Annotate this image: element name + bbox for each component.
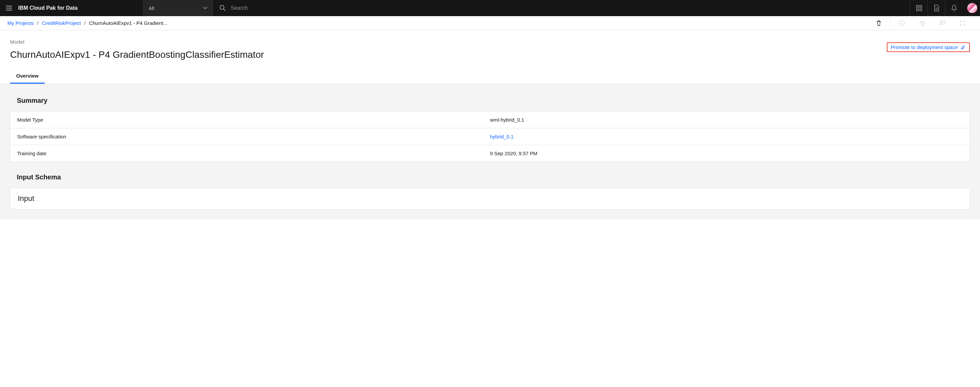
notifications-button[interactable] xyxy=(945,0,963,16)
docs-button[interactable] xyxy=(928,0,945,16)
svg-rect-3 xyxy=(916,9,918,11)
svg-rect-2 xyxy=(920,5,922,7)
delete-button[interactable] xyxy=(869,16,889,30)
history-icon xyxy=(919,20,925,26)
svg-point-7 xyxy=(964,21,965,22)
breadcrumb-root[interactable]: My Projects xyxy=(7,20,33,26)
bell-icon xyxy=(951,5,957,11)
info-icon xyxy=(899,20,905,26)
search-area xyxy=(213,5,910,11)
scope-dropdown[interactable]: All xyxy=(143,0,213,16)
summary-value: 9 Sep 2020, 9:37 PM xyxy=(490,151,963,156)
software-spec-link[interactable]: hybrid_0.1 xyxy=(490,134,963,140)
svg-point-8 xyxy=(960,24,961,25)
hamburger-icon xyxy=(6,6,12,10)
info-button[interactable] xyxy=(892,16,912,30)
trash-icon xyxy=(876,20,881,26)
svg-point-0 xyxy=(220,5,224,10)
summary-row-training-date: Training date 9 Sep 2020, 9:37 PM xyxy=(10,145,970,162)
svg-point-9 xyxy=(964,24,965,25)
avatar-button[interactable] xyxy=(963,0,980,16)
summary-label: Training date xyxy=(17,151,490,156)
search-icon xyxy=(219,5,226,11)
document-icon xyxy=(934,5,939,11)
history-button[interactable] xyxy=(912,16,932,30)
summary-row-software-spec: Software specification hybrid_0.1 xyxy=(10,128,970,145)
breadcrumb-current: ChurnAutoAIExpv1 - P4 Gradient... xyxy=(89,20,167,26)
svg-point-6 xyxy=(960,21,961,22)
svg-rect-4 xyxy=(920,9,922,11)
svg-rect-1 xyxy=(916,5,918,7)
top-icon-group xyxy=(910,0,980,16)
flow-button[interactable] xyxy=(953,16,973,30)
input-schema-card: Input xyxy=(10,188,970,209)
search-input[interactable] xyxy=(231,5,904,11)
title-block: Model ChurnAutoAIExpv1 - P4 GradientBoos… xyxy=(10,39,264,60)
scope-label: All xyxy=(149,5,154,11)
comment-button[interactable] xyxy=(932,16,953,30)
avatar-icon xyxy=(967,3,977,13)
promote-button[interactable]: Promote to deployment space xyxy=(891,44,966,50)
breadcrumb-sep: / xyxy=(37,20,38,26)
promote-highlight: Promote to deployment space xyxy=(887,42,970,52)
rocket-icon xyxy=(961,45,966,50)
tabs: Overview xyxy=(0,60,980,84)
summary-card: Model Type wml-hybrid_0.1 Software speci… xyxy=(10,111,970,162)
breadcrumb-sep: / xyxy=(84,20,86,26)
breadcrumb-row: My Projects / CreditRiskProject / ChurnA… xyxy=(0,16,980,30)
page-header: Model ChurnAutoAIExpv1 - P4 GradientBoos… xyxy=(0,30,980,60)
summary-value: wml-hybrid_0.1 xyxy=(490,117,963,123)
menu-button[interactable] xyxy=(0,0,18,16)
input-card-title: Input xyxy=(18,194,962,203)
nodes-icon xyxy=(959,20,966,26)
page-actions xyxy=(869,16,973,30)
chevron-down-icon xyxy=(203,7,207,10)
section-label: Model xyxy=(10,39,264,45)
page-title: ChurnAutoAIExpv1 - P4 GradientBoostingCl… xyxy=(10,49,264,60)
input-schema-heading: Input Schema xyxy=(17,173,970,181)
promote-label: Promote to deployment space xyxy=(891,44,958,50)
summary-row-model-type: Model Type wml-hybrid_0.1 xyxy=(10,111,970,128)
top-bar: IBM Cloud Pak for Data All xyxy=(0,0,980,16)
brand-title: IBM Cloud Pak for Data xyxy=(18,5,143,11)
catalog-button[interactable] xyxy=(910,0,928,16)
content-panel: Summary Model Type wml-hybrid_0.1 Softwa… xyxy=(0,84,980,219)
apps-icon xyxy=(916,5,922,11)
divider xyxy=(890,19,891,27)
summary-label: Model Type xyxy=(17,117,490,123)
comment-icon xyxy=(939,21,945,26)
breadcrumb-project[interactable]: CreditRiskProject xyxy=(42,20,81,26)
breadcrumb: My Projects / CreditRiskProject / ChurnA… xyxy=(7,20,869,26)
summary-label: Software specification xyxy=(17,134,490,140)
summary-heading: Summary xyxy=(17,97,970,105)
tab-overview[interactable]: Overview xyxy=(10,69,45,84)
